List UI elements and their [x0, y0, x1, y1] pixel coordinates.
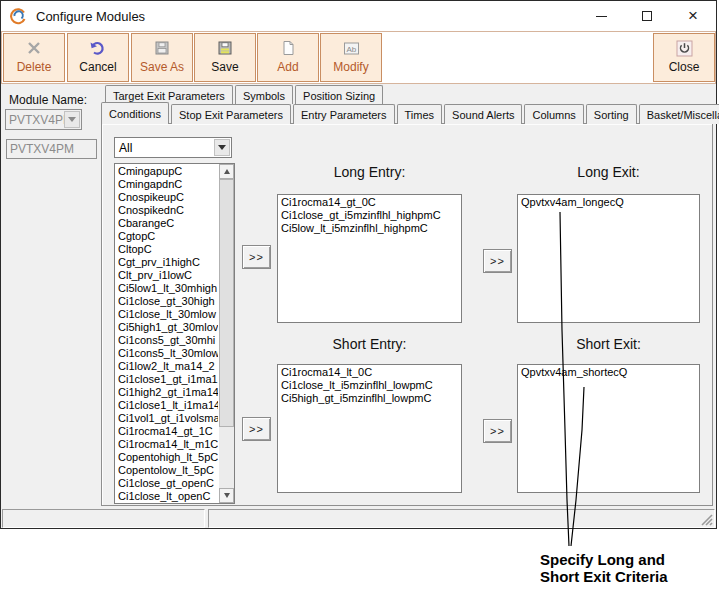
tab-sound-alerts[interactable]: Sound Alerts [444, 104, 522, 124]
list-item[interactable]: Ci1rocma14_gt_1C [116, 425, 218, 438]
list-item[interactable]: Ci1cons5_lt_30mlow [116, 347, 218, 360]
list-item[interactable]: Qpvtxv4am_shortecQ [520, 366, 699, 379]
tab-symbols[interactable]: Symbols [235, 85, 293, 104]
list-item[interactable]: Ci1close_gt_openC [116, 477, 218, 490]
conditions-list-items: CmingapupCCmingapdnCCnospikeupCCnospiked… [116, 165, 218, 502]
list-item[interactable]: Copentohigh_lt_5pC [116, 451, 218, 464]
list-item[interactable]: Ci1rocma14_gt_0C [280, 196, 461, 209]
minimize-icon [596, 16, 607, 17]
delete-x-icon [4, 37, 64, 59]
add-button-label: Add [258, 60, 318, 74]
list-item[interactable]: Copentolow_lt_5pC [116, 464, 218, 477]
list-item[interactable]: Ci5low_lt_i5mzinflhl_highpmC [280, 222, 461, 235]
move-to-short-entry-button[interactable]: >> [242, 417, 271, 441]
list-item[interactable]: Ci1close_gt_i5mzinflhl_highpmC [280, 209, 461, 222]
list-item[interactable]: CmingapdnC [116, 178, 218, 191]
close-button[interactable]: Close [653, 33, 715, 82]
save-as-button-label: Save As [132, 60, 192, 74]
list-item[interactable]: Ci1close_gt_30high [116, 295, 218, 308]
add-button[interactable]: Add [257, 33, 319, 82]
short-exit-listbox[interactable]: Qpvtxv4am_shortecQ [517, 364, 700, 493]
list-item[interactable]: Clt_prv_i1lowC [116, 269, 218, 282]
tab-basket-miscellaneous[interactable]: Basket/Miscellaneous [639, 104, 719, 124]
close-window-button[interactable]: × [670, 1, 716, 31]
configure-modules-window: Configure Modules × Delete Cancel Save A… [0, 0, 717, 529]
titlebar: Configure Modules × [1, 1, 716, 31]
save-button[interactable]: Save [194, 33, 256, 82]
status-panel-right [208, 509, 715, 528]
list-item[interactable]: CltopC [116, 243, 218, 256]
move-to-long-entry-button[interactable]: >> [242, 245, 271, 269]
list-item[interactable]: Ci5high1_gt_30mlov [116, 321, 218, 334]
move-to-short-exit-button[interactable]: >> [483, 419, 512, 443]
save-button-label: Save [195, 60, 255, 74]
close-button-label: Close [654, 60, 714, 74]
short-entry-listbox[interactable]: Ci1rocma14_lt_0CCi1close_lt_i5mzinflhl_l… [277, 364, 462, 493]
list-item[interactable]: CmingapupC [116, 165, 218, 178]
list-item[interactable]: Ci5high_gt_i5mzinflhl_lowpmC [280, 392, 461, 405]
module-name-combobox[interactable]: PVTXV4PM [5, 109, 82, 130]
resize-grip-icon[interactable] [699, 512, 713, 526]
app-logo-icon [9, 7, 27, 25]
save-as-button[interactable]: Save As [131, 33, 193, 82]
scroll-up-button[interactable] [219, 164, 234, 179]
list-item[interactable]: CnospikeupC [116, 191, 218, 204]
move-to-long-exit-button[interactable]: >> [483, 249, 512, 273]
list-item[interactable]: Ci1cons5_gt_30mhi [116, 334, 218, 347]
list-item[interactable]: Ci1close1_lt_i1ma14 [116, 399, 218, 412]
minimize-button[interactable] [578, 1, 624, 31]
condition-filter-value: All [119, 141, 132, 155]
delete-button[interactable]: Delete [3, 33, 65, 82]
list-item[interactable]: Ci1low2_lt_ma14_2 [116, 360, 218, 373]
tab-times[interactable]: Times [397, 104, 443, 124]
scroll-down-button[interactable] [219, 488, 234, 503]
maximize-button[interactable] [624, 1, 670, 31]
list-item[interactable]: Cgt_prv_i1highC [116, 256, 218, 269]
list-item[interactable]: Ci1close_lt_30mlow [116, 308, 218, 321]
chevron-down-icon [218, 145, 226, 150]
list-item[interactable]: Qpvtxv4am_longecQ [520, 196, 699, 209]
tab-stop-exit-parameters[interactable]: Stop Exit Parameters [171, 104, 291, 124]
window-title: Configure Modules [36, 9, 145, 24]
list-item[interactable]: Ci1close1_gt_i1ma1 [116, 373, 218, 386]
list-item[interactable]: CgtopC [116, 230, 218, 243]
chevron-down-icon [68, 117, 76, 122]
status-bar [2, 509, 715, 528]
status-panel-left [2, 509, 205, 528]
list-item[interactable]: Ci1close_lt_i5mzinflhl_lowpmC [280, 379, 461, 392]
floppy-color-icon [195, 37, 255, 59]
long-entry-listbox[interactable]: Ci1rocma14_gt_0CCi1close_gt_i5mzinflhl_h… [277, 194, 462, 323]
tab-position-sizing[interactable]: Position Sizing [295, 85, 383, 104]
long-exit-label: Long Exit: [517, 164, 700, 180]
scrollbar-thumb[interactable] [219, 179, 234, 427]
tab-sorting[interactable]: Sorting [586, 104, 637, 124]
maximize-icon [642, 11, 652, 21]
cancel-button[interactable]: Cancel [67, 33, 129, 82]
module-name-combobox-arrow[interactable] [64, 111, 80, 128]
list-item[interactable]: CbarangeC [116, 217, 218, 230]
condition-filter-arrow[interactable] [214, 139, 230, 156]
conditions-scrollbar[interactable] [219, 164, 234, 503]
conditions-listbox[interactable]: CmingapupCCmingapdnCCnospikeupCCnospiked… [114, 163, 235, 504]
tab-columns[interactable]: Columns [524, 104, 583, 124]
tab-row-bottom: Conditions Stop Exit Parameters Entry Pa… [101, 104, 719, 124]
annotation-line-1: Specify Long and [540, 551, 668, 568]
modify-button[interactable]: Ab Modify [320, 33, 382, 82]
list-item[interactable]: CnospikednC [116, 204, 218, 217]
tab-conditions[interactable]: Conditions [101, 102, 169, 124]
long-entry-label: Long Entry: [277, 164, 462, 180]
cancel-button-label: Cancel [68, 60, 128, 74]
undo-arrow-icon [68, 37, 128, 59]
module-name-textbox[interactable]: PVTXV4PM [6, 139, 97, 159]
list-item[interactable]: Ci1rocma14_lt_0C [280, 366, 461, 379]
list-item[interactable]: Ci1high2_gt_i1ma14 [116, 386, 218, 399]
short-entry-label: Short Entry: [277, 336, 462, 352]
list-item[interactable]: Ci5low1_lt_30mhigh [116, 282, 218, 295]
list-item[interactable]: Ci1close_lt_openC [116, 490, 218, 502]
delete-button-label: Delete [4, 60, 64, 74]
long-exit-listbox[interactable]: Qpvtxv4am_longecQ [517, 194, 700, 323]
list-item[interactable]: Ci1vol1_gt_i1volsma [116, 412, 218, 425]
list-item[interactable]: Ci1rocma14_lt_m1C [116, 438, 218, 451]
condition-filter-combobox[interactable]: All [114, 137, 232, 158]
tab-entry-parameters[interactable]: Entry Parameters [293, 104, 395, 124]
